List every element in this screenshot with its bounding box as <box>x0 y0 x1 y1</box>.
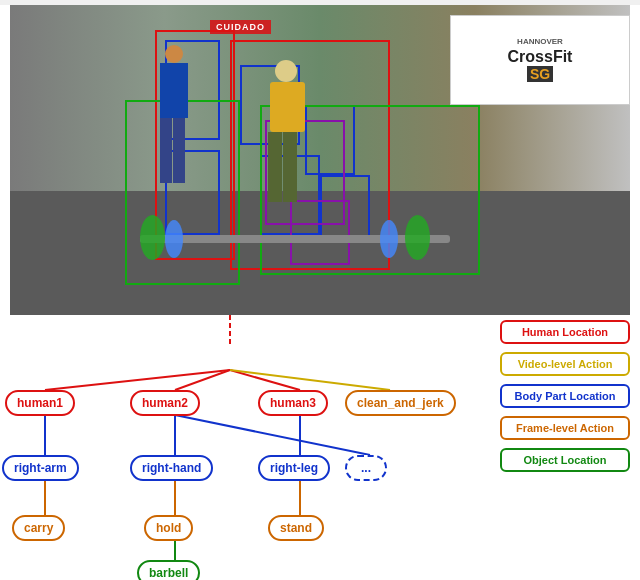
legend-area: Human Location Video-level Action Body P… <box>500 320 630 472</box>
node-right-hand: right-hand <box>130 455 213 481</box>
node-human2: human2 <box>130 390 200 416</box>
main-container: CUIDADO HANNOVER CrossFit SG <box>0 5 640 580</box>
node-human1: human1 <box>5 390 75 416</box>
diagram-area: human1 human2 human3 clean_and_jerk righ… <box>0 315 640 580</box>
barbell-weight-right-green <box>405 215 430 260</box>
person1-leg-right <box>173 118 185 183</box>
person2-leg-right <box>283 132 297 202</box>
person2-head <box>275 60 297 82</box>
legend-video-action: Video-level Action <box>500 352 630 376</box>
barbell-bar <box>140 235 450 243</box>
node-ellipsis: ... <box>345 455 387 481</box>
person2-leg-left <box>268 132 282 202</box>
image-area: CUIDADO HANNOVER CrossFit SG <box>10 5 630 315</box>
person1-leg-left <box>160 118 172 183</box>
svg-line-11 <box>175 415 370 455</box>
barbell-weight-right-blue <box>380 220 398 258</box>
person1-head <box>165 45 183 63</box>
barbell-weight-left-blue <box>165 220 183 258</box>
crossfit-banner: HANNOVER CrossFit SG <box>450 15 630 105</box>
legend-human-location: Human Location <box>500 320 630 344</box>
svg-line-4 <box>230 370 390 390</box>
node-hold: hold <box>144 515 193 541</box>
person2-body <box>270 82 305 132</box>
svg-line-3 <box>230 370 300 390</box>
node-barbell: barbell <box>137 560 200 580</box>
node-right-arm: right-arm <box>2 455 79 481</box>
legend-object-location: Object Location <box>500 448 630 472</box>
barbell-weight-left-green <box>140 215 165 260</box>
gym-background: CUIDADO HANNOVER CrossFit SG <box>10 5 630 315</box>
diagram-svg <box>0 315 460 580</box>
person1-body <box>160 63 188 118</box>
bbox-purple-2 <box>290 200 350 265</box>
node-clean-jerk: clean_and_jerk <box>345 390 456 416</box>
legend-frame-action: Frame-level Action <box>500 416 630 440</box>
legend-body-part: Body Part Location <box>500 384 630 408</box>
node-right-leg: right-leg <box>258 455 330 481</box>
node-carry: carry <box>12 515 65 541</box>
node-human3: human3 <box>258 390 328 416</box>
node-stand: stand <box>268 515 324 541</box>
